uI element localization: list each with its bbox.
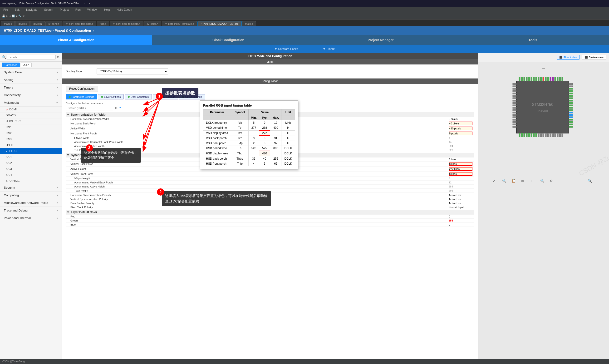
sidebar-item-system-core[interactable]: System Core ›	[0, 68, 62, 76]
svg-rect-58	[513, 107, 517, 108]
svg-rect-100	[569, 121, 573, 123]
sidebar-subitem-dcmi[interactable]: ⊘ DCMI	[0, 107, 62, 113]
system-view-btn[interactable]: ⬛ System view	[582, 55, 606, 60]
svg-rect-106	[526, 77, 527, 81]
menu-help[interactable]: Help	[103, 8, 112, 12]
chip-svg: STM32H750 H750VBTx	[479, 62, 609, 186]
sidebar-subitem-jpeg[interactable]: JPEG	[0, 142, 62, 148]
nav-tab-pinout[interactable]: Pinout & Configuration	[0, 35, 152, 45]
sidebar-tab-az[interactable]: A->Z	[21, 63, 32, 67]
menu-user[interactable]: Hello Zuoen	[115, 8, 133, 12]
main-nav: Pinout & Configuration Clock Configurati…	[0, 35, 609, 45]
svg-rect-124	[524, 133, 525, 137]
pinout-view-btn[interactable]: ⬛ Pinout view	[557, 55, 580, 60]
file-tab-main-c2[interactable]: main.c	[242, 21, 256, 26]
nav-tab-project[interactable]: Project Manager	[305, 35, 457, 45]
svg-text:🔍: 🔍	[588, 179, 592, 183]
svg-rect-105	[524, 77, 525, 81]
window-controls[interactable]: ─ □ ✕	[77, 2, 90, 5]
chevron-right-icon: ›	[57, 78, 58, 81]
sidebar-subitem-sai3[interactable]: SAI3	[0, 166, 62, 172]
svg-rect-51	[513, 91, 517, 92]
config-section-header: Configuration	[62, 78, 478, 84]
svg-text:⊟: ⊟	[531, 179, 534, 183]
file-tab-lv-cont[interactable]: lv_cont.h	[45, 21, 62, 26]
chevron-right-icon: ›	[57, 202, 58, 204]
file-tab-lv-port-indev[interactable]: lv_port_indev_template.c	[162, 21, 197, 26]
nav-tab-clock[interactable]: Clock Configuration	[152, 35, 305, 45]
sidebar-subitem-sai2[interactable]: SAI2	[0, 160, 62, 166]
param-help-icon[interactable]: ?	[119, 106, 121, 110]
sidebar-item-trace-debug[interactable]: Trace and Debug ›	[0, 207, 62, 214]
menu-project[interactable]: Project	[58, 8, 70, 12]
svg-rect-52	[513, 93, 517, 94]
config-tabs: Parameter Settings Layer Settings User C…	[66, 94, 474, 99]
layer-color-header[interactable]: ▼ Layer Default Color	[66, 210, 474, 215]
sidebar-tab-categories[interactable]: Categories	[2, 63, 20, 67]
annotation-text-2: 这里填入255表示将背景层设置为绿色，可以在烧录代码后帮助检 查LTDC是否配置…	[162, 191, 271, 206]
table-row: VSD back porch Tvb 3 8 31 H	[203, 136, 295, 141]
rgb-table-title: Parallel RGB input timign table	[203, 104, 295, 107]
display-type-label: Display Type	[66, 70, 94, 73]
search-input[interactable]	[7, 55, 56, 59]
title-text: workspace_1.15.0 - Device Configuration …	[2, 2, 77, 5]
settings-icon[interactable]: ⚙	[57, 55, 60, 59]
sub-nav-pinout[interactable]: ▼ Pinout	[320, 46, 337, 52]
menu-file[interactable]: File	[2, 8, 9, 12]
sub-nav-software-packs[interactable]: ▼ Software Packs	[272, 46, 301, 52]
config-tab-parameter[interactable]: Parameter Settings	[66, 94, 97, 99]
file-tab-gt9xxh[interactable]: gt9xx.h	[30, 21, 45, 26]
file-tab-h750-ioc[interactable]: *H750_LTDC_DMA2D_TEST.ioc	[197, 21, 241, 26]
sidebar-item-timers[interactable]: Timers ›	[0, 84, 62, 91]
display-type-select[interactable]: RGB565 (16 bits)	[97, 68, 168, 75]
file-tab-lv-color[interactable]: lv_color.h	[144, 21, 161, 26]
sidebar-subitem-i2s2[interactable]: I2S2	[0, 130, 62, 136]
file-tab-lv-port-disp[interactable]: lv_port_disp_template.c	[63, 21, 96, 26]
svg-rect-60	[513, 112, 517, 113]
sidebar-subitem-sai1[interactable]: SAI1	[0, 154, 62, 160]
svg-rect-37	[538, 133, 539, 137]
svg-rect-54	[513, 98, 517, 99]
svg-rect-61	[513, 114, 517, 116]
config-tab-user[interactable]: User Constants	[125, 94, 152, 99]
sidebar-item-analog[interactable]: Analog ›	[0, 76, 62, 84]
menu-search[interactable]: Search	[43, 8, 54, 12]
sidebar-item-security[interactable]: Security ›	[0, 184, 62, 192]
svg-rect-125	[526, 133, 527, 137]
sidebar-subitem-i2s1[interactable]: I2S1	[0, 124, 62, 130]
sidebar-item-computing[interactable]: Computing ›	[0, 192, 62, 199]
param-search-input[interactable]	[66, 106, 113, 110]
sidebar-item-connectivity[interactable]: Connectivity ›	[0, 91, 62, 99]
nav-tab-tools[interactable]: Tools	[457, 35, 609, 45]
sidebar-item-multimedia[interactable]: Multimedia ∨	[0, 99, 62, 107]
toolbar-icons: 💾 ⬅ ➡ 🔄 ▶ 🔧 ⚙	[2, 14, 25, 18]
chevron-down-icon: ∨	[56, 101, 58, 104]
menu-window[interactable]: Window	[86, 8, 99, 12]
sidebar-subitem-sai4[interactable]: SAI4	[0, 172, 62, 178]
reset-config-button[interactable]: Reset Configuration	[66, 86, 98, 92]
param-row-red: Red 0	[66, 215, 474, 219]
sidebar-item-power-thermal[interactable]: Power and Thermal ›	[0, 214, 62, 222]
menu-navigate[interactable]: Navigate	[25, 8, 39, 12]
param-settings-icon[interactable]: ⚙	[115, 106, 118, 110]
rgb-param-table: Parameter Symbol Value Unit Min. Typ. Ma…	[203, 109, 295, 166]
sidebar-item-middleware[interactable]: Middleware and Software Packs ›	[0, 199, 62, 207]
file-tab-gt9xxc[interactable]: gt9xx.c	[15, 21, 30, 26]
svg-rect-86	[569, 88, 573, 90]
svg-rect-95	[569, 109, 573, 111]
menu-run[interactable]: Run	[74, 8, 82, 12]
param-row-acc-vbp: Accumulated Vertical Back Porch 12	[66, 181, 474, 185]
svg-rect-62	[513, 117, 517, 118]
sidebar-subitem-ltdc[interactable]: ✓ LTDC	[0, 148, 62, 154]
sidebar-subitem-hdmi-cec[interactable]: HDMI_CEC	[0, 118, 62, 124]
sidebar-subitem-i2s3[interactable]: I2S3	[0, 136, 62, 142]
file-tab-main-c[interactable]: main.c	[1, 21, 15, 26]
config-tab-layer[interactable]: Layer Settings	[98, 94, 124, 99]
sidebar-subitem-dma2d[interactable]: DMA2D	[0, 113, 62, 118]
file-tab-lv-port-disp-h[interactable]: lv_port_disp_template.h	[110, 21, 144, 26]
file-tab-ltdc[interactable]: ltdc.c	[97, 21, 109, 26]
sidebar-subitem-spdifrx1[interactable]: SPDIFRX1	[0, 178, 62, 184]
svg-rect-110	[535, 77, 537, 81]
menu-edit[interactable]: Edit	[13, 8, 21, 12]
svg-rect-50	[513, 88, 517, 90]
